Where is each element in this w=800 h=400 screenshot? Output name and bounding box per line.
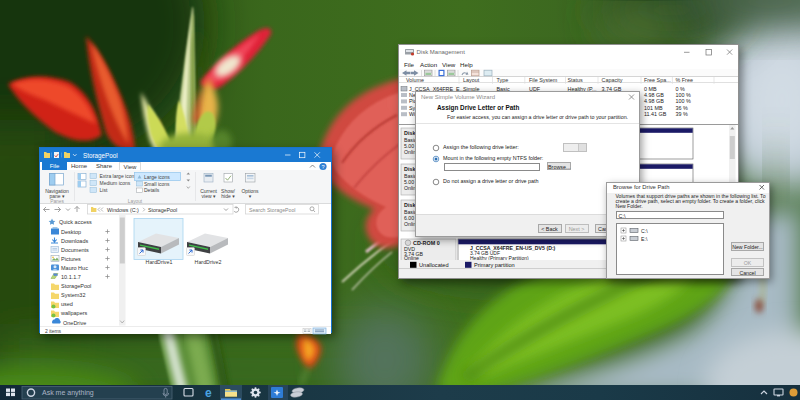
svg-text:used: used — [61, 301, 73, 307]
svg-text:Type: Type — [497, 77, 509, 83]
svg-text:Status: Status — [568, 77, 584, 83]
svg-text:11.41 GB: 11.41 GB — [644, 111, 667, 117]
svg-text:Disk Management: Disk Management — [417, 49, 466, 55]
svg-text:e: e — [205, 386, 212, 400]
svg-text:Layout: Layout — [463, 77, 480, 83]
svg-text:hide ▾: hide ▾ — [221, 193, 235, 199]
svg-text:wallpapers: wallpapers — [60, 310, 88, 316]
svg-text:StoragePool: StoragePool — [148, 207, 177, 213]
svg-text:Small icons: Small icons — [144, 181, 170, 187]
svg-text:▾: ▾ — [249, 193, 252, 199]
svg-text:4.98 GB: 4.98 GB — [644, 98, 664, 104]
svg-text:39 %: 39 % — [676, 111, 688, 117]
svg-text:0 %: 0 % — [676, 85, 685, 91]
svg-text:HardDrive2: HardDrive2 — [195, 259, 222, 265]
svg-text:100 %: 100 % — [676, 91, 691, 97]
svg-text:Downloads: Downloads — [61, 238, 88, 244]
svg-text:Desktop: Desktop — [61, 229, 81, 235]
svg-text:Extra large icons: Extra large icons — [100, 173, 138, 179]
svg-text:0 MB: 0 MB — [644, 85, 657, 91]
svg-text:C:\: C:\ — [641, 227, 648, 233]
svg-text:?: ? — [322, 164, 325, 170]
svg-text:Free Spa...: Free Spa... — [644, 77, 671, 83]
svg-text:CD-ROM 0: CD-ROM 0 — [413, 240, 440, 246]
svg-text:% Free: % Free — [676, 77, 693, 83]
svg-text:4.98 GB: 4.98 GB — [644, 91, 664, 97]
svg-text:Details: Details — [144, 187, 160, 193]
svg-text:101 MB: 101 MB — [644, 104, 663, 110]
svg-text:Search StoragePool: Search StoragePool — [249, 207, 295, 213]
svg-text:E:\: E:\ — [641, 235, 648, 241]
svg-text:Volume: Volume — [406, 77, 424, 83]
svg-text:100 %: 100 % — [676, 98, 691, 104]
svg-text:Ask me anything: Ask me anything — [42, 389, 94, 397]
svg-text:File System: File System — [529, 77, 558, 83]
svg-text:Pictures: Pictures — [61, 256, 81, 262]
svg-text:HardDrive1: HardDrive1 — [146, 259, 173, 265]
svg-text:Capacity: Capacity — [602, 77, 623, 83]
svg-text:Windows (C:): Windows (C:) — [107, 207, 139, 213]
svg-text:36 %: 36 % — [676, 104, 688, 110]
svg-text:List: List — [100, 187, 108, 193]
svg-text:Medium icons: Medium icons — [100, 180, 131, 186]
svg-text:10.1.1.7: 10.1.1.7 — [61, 274, 81, 280]
svg-text:Quick access: Quick access — [59, 219, 92, 225]
svg-text:StoragePool: StoragePool — [83, 152, 118, 160]
svg-text:StoragePool: StoragePool — [61, 283, 91, 289]
svg-text:Large icons: Large icons — [144, 174, 170, 180]
svg-text:Documents: Documents — [61, 247, 89, 253]
svg-text:Unallocated: Unallocated — [419, 262, 449, 268]
svg-text:Primary partition: Primary partition — [474, 262, 515, 268]
svg-text:view ▾: view ▾ — [202, 193, 216, 199]
svg-text:System32: System32 — [61, 292, 85, 298]
svg-text:Mauro Huc: Mauro Huc — [61, 265, 88, 271]
